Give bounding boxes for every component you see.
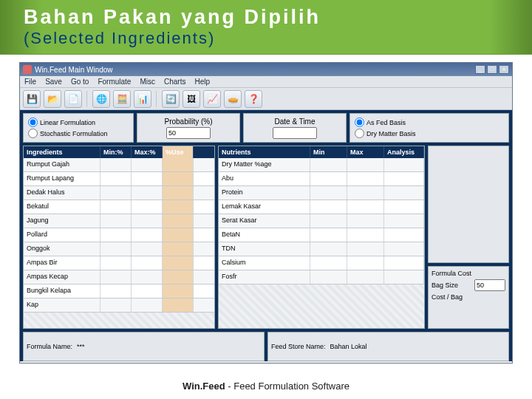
table-row[interactable]: Protein (219, 186, 424, 200)
ing-head-max: Max:% (132, 146, 163, 158)
table-row[interactable]: Calsium (219, 256, 424, 270)
ing-head-use: %Use (163, 146, 194, 158)
refresh-icon[interactable]: 🔄 (162, 90, 180, 108)
toolbar-sep (156, 91, 157, 107)
menu-misc[interactable]: Misc (140, 78, 155, 86)
save-icon[interactable]: 💾 (23, 90, 41, 108)
probability-input[interactable] (166, 127, 211, 139)
datetime-label: Date & Time (274, 117, 315, 126)
table-row[interactable]: Dedak Halus (24, 186, 214, 200)
stochastic-radio[interactable]: Stochastic Formulation (28, 129, 129, 138)
cost-panel: Formula Cost Bag Size Cost / Bag (428, 266, 509, 329)
ingredients-grid[interactable]: Ingredients Min:% Max:% %Use Rumput Gaja… (23, 146, 215, 329)
table-row[interactable]: BetaN (219, 228, 424, 242)
menu-save[interactable]: Save (45, 78, 62, 86)
table-row[interactable]: Kap (24, 299, 214, 313)
slide-title-band: Bahan Pakan yang Dipilih (Selected Ingre… (0, 0, 532, 55)
doc-icon[interactable]: 📄 (64, 90, 82, 108)
nutrients-grid[interactable]: Nutrients Min Max Analysis Dry Matter %a… (218, 146, 425, 329)
nut-head-max: Max (347, 146, 384, 158)
menu-file[interactable]: File (24, 78, 36, 86)
dry-radio[interactable]: Dry Matter Basis (355, 129, 504, 138)
table-row[interactable]: Ampas Kecap (24, 270, 214, 284)
globe-icon[interactable]: 🌐 (92, 90, 110, 108)
menu-help[interactable]: Help (194, 78, 210, 86)
right-spacer1 (428, 146, 509, 263)
help-icon[interactable]: ❓ (245, 90, 262, 108)
grid-icon[interactable]: 📊 (134, 90, 151, 108)
table-row[interactable]: Onggok (24, 242, 214, 256)
datetime-panel: Date & Time (243, 113, 347, 143)
chart-icon[interactable]: 📈 (203, 90, 221, 108)
feedstore-value: Bahan Lokal (330, 343, 367, 350)
formula-cost-label: Formula Cost (432, 270, 471, 277)
nut-head-min: Min (310, 146, 347, 158)
formula-name-label: Formula Name: (27, 343, 72, 350)
footer-bold: Win.Feed (183, 381, 225, 392)
open-icon[interactable]: 📂 (44, 90, 61, 108)
slide-footer: Win.Feed - Feed Formulation Software (0, 372, 532, 399)
nut-head-name: Nutrients (219, 146, 310, 158)
image-icon[interactable]: 🖼 (183, 90, 200, 108)
feedstore-panel: Feed Store Name: Bahan Lokal (267, 332, 509, 361)
menubar: File Save Go to Formulate Misc Charts He… (20, 76, 512, 88)
ing-head-min: Min:% (100, 146, 132, 158)
table-row[interactable]: Lemak Kasar (219, 200, 424, 214)
probability-panel: Probability (%) (137, 113, 240, 143)
asfed-radio[interactable]: As Fed Basis (355, 117, 504, 127)
table-row[interactable]: Fosfr (219, 270, 424, 284)
right-panels: Formula Cost Bag Size Cost / Bag (428, 146, 509, 329)
table-row[interactable]: Bungkil Kelapa (24, 284, 214, 299)
table-row[interactable]: Pollard (24, 228, 214, 242)
footer-rest: - Feed Formulation Software (225, 381, 349, 392)
table-row[interactable]: Serat Kasar (219, 214, 424, 228)
toolbar: 💾 📂 📄 🌐 🧮 📊 🔄 🖼 📈 🥧 ❓ (20, 88, 512, 110)
table-row[interactable]: Rumput Gajah (24, 158, 214, 172)
pie-icon[interactable]: 🥧 (224, 90, 242, 108)
bag-size-input[interactable] (474, 279, 505, 291)
nut-head-analysis: Analysis (384, 146, 424, 158)
ing-head-name: Ingredients (24, 146, 100, 158)
menu-formulate[interactable]: Formulate (98, 78, 131, 86)
titlebar: Win.Feed Main Window _ □ × (20, 63, 512, 76)
table-row[interactable]: TDN (219, 242, 424, 256)
menu-charts[interactable]: Charts (164, 78, 185, 86)
app-window: Win.Feed Main Window _ □ × File Save Go … (19, 62, 513, 364)
datetime-input[interactable] (273, 127, 317, 139)
formula-name-panel: Formula Name: *** (23, 332, 265, 361)
probability-label: Probability (%) (164, 117, 212, 126)
slide-title: Bahan Pakan yang Dipilih (0, 0, 532, 29)
linear-radio[interactable]: Linear Formulation (28, 117, 129, 127)
formulation-panel: Linear Formulation Stochastic Formulatio… (23, 113, 134, 143)
table-row[interactable]: Bekatul (24, 200, 214, 214)
bag-size-label: Bag Size (432, 282, 458, 289)
app-icon (23, 65, 32, 74)
window-title: Win.Feed Main Window (35, 66, 113, 74)
maximize-button[interactable]: □ (487, 65, 497, 74)
minimize-button[interactable]: _ (475, 65, 485, 74)
table-row[interactable]: Jagung (24, 214, 214, 228)
toolbar-sep (86, 91, 88, 107)
formula-name-value: *** (77, 343, 85, 350)
table-row[interactable]: Abu (219, 172, 424, 186)
table-row[interactable]: Dry Matter %age (219, 158, 424, 172)
feedstore-label: Feed Store Name: (271, 343, 326, 350)
app-body: Linear Formulation Stochastic Formulatio… (20, 110, 512, 361)
menu-goto[interactable]: Go to (71, 78, 89, 86)
table-row[interactable]: Rumput Lapang (24, 172, 214, 186)
cost-bag-label: Cost / Bag (432, 293, 463, 301)
slide-subtitle: (Selected Ingredients) (0, 29, 532, 48)
basis-panel: As Fed Basis Dry Matter Basis (349, 113, 509, 143)
calc-icon[interactable]: 🧮 (113, 90, 131, 108)
table-row[interactable]: Ampas Bir (24, 256, 214, 270)
close-button[interactable]: × (499, 65, 509, 74)
